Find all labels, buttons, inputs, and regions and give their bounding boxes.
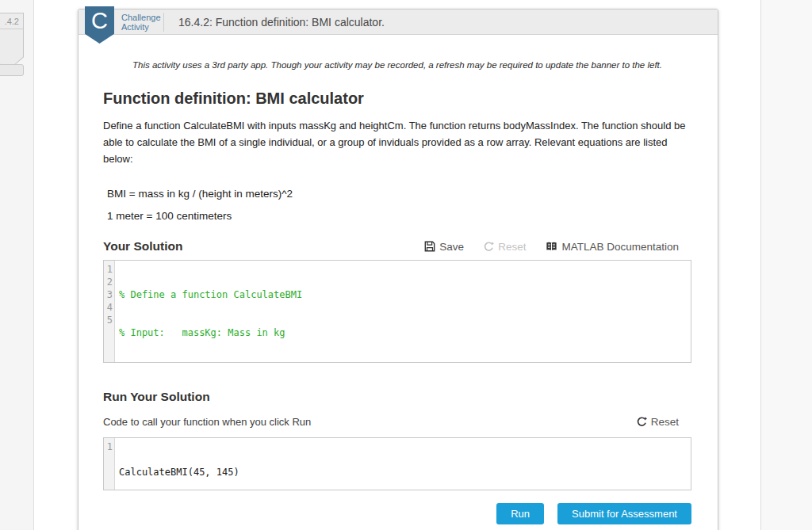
equation-meter: 1 meter = 100 centimeters bbox=[107, 210, 691, 222]
run-reset-button[interactable]: Reset bbox=[637, 416, 679, 428]
left-sidebar-fragment: .4.2 bbox=[0, 0, 34, 530]
solution-code-editor[interactable]: 1 2 3 4 5 % Define a function CalculateB… bbox=[103, 260, 691, 363]
reset-icon bbox=[637, 417, 647, 427]
run-caption: Code to call your function when you clic… bbox=[103, 416, 311, 428]
code-line: % Input: massKg: Mass in kg bbox=[119, 326, 691, 339]
reset-button[interactable]: Reset bbox=[484, 241, 526, 253]
solution-code-area[interactable]: % Define a function CalculateBMI % Input… bbox=[115, 261, 691, 362]
right-column-fragment bbox=[760, 0, 812, 530]
run-code-editor[interactable]: 1 CalculateBMI(45, 145) bbox=[103, 437, 691, 490]
equation-bmi: BMI = mass in kg / (height in meters)^2 bbox=[107, 188, 691, 200]
page-title: Function definition: BMI calculator bbox=[103, 90, 691, 108]
line-number: 2 bbox=[104, 276, 113, 288]
header-divider bbox=[163, 13, 164, 32]
matlab-docs-label: MATLAB Documentation bbox=[561, 241, 679, 253]
activity-content: This activity uses a 3rd party app. Thou… bbox=[79, 60, 718, 524]
solution-toolbar: Save Reset MATLAB Documentation bbox=[424, 241, 679, 253]
line-number: 4 bbox=[104, 301, 113, 314]
run-button[interactable]: Run bbox=[496, 503, 544, 524]
reset-label: Reset bbox=[498, 241, 526, 253]
matlab-docs-button[interactable]: MATLAB Documentation bbox=[546, 241, 679, 253]
activity-title: 16.4.2: Function definition: BMI calcula… bbox=[178, 10, 385, 35]
section-nav-badge[interactable]: .4.2 bbox=[0, 13, 24, 71]
submit-button[interactable]: Submit for Assessment bbox=[557, 503, 691, 524]
code-line: % Define a function CalculateBMI bbox=[119, 288, 691, 301]
code-line: CalculateBMI(45, 145) bbox=[119, 466, 691, 479]
solution-editor-gutter: 1 2 3 4 5 bbox=[104, 261, 115, 362]
run-code-area[interactable]: CalculateBMI(45, 145) bbox=[115, 438, 691, 490]
your-solution-header-row: Your Solution Save Reset bbox=[103, 239, 691, 254]
activity-header-bar: C Challenge Activity 16.4.2: Function de… bbox=[79, 10, 718, 35]
section-nav-badge-label: .4.2 bbox=[0, 13, 23, 29]
save-label: Save bbox=[439, 241, 464, 253]
task-description: Define a function CalculateBMI with inpu… bbox=[103, 117, 691, 167]
line-number: 1 bbox=[104, 263, 113, 276]
challenge-shield-icon: C bbox=[85, 6, 114, 44]
section-nav-badge-face: .4.2 bbox=[0, 13, 23, 71]
line-number: 1 bbox=[104, 440, 113, 453]
run-your-solution-heading: Run Your Solution bbox=[103, 390, 691, 404]
your-solution-heading: Your Solution bbox=[103, 239, 182, 254]
reset-icon bbox=[484, 242, 494, 252]
save-button[interactable]: Save bbox=[424, 241, 464, 253]
line-number: 3 bbox=[104, 288, 113, 301]
run-editor-gutter: 1 bbox=[104, 438, 115, 490]
run-caption-row: Code to call your function when you clic… bbox=[103, 416, 691, 428]
run-reset-label: Reset bbox=[651, 416, 679, 428]
open-book-icon bbox=[546, 241, 557, 252]
sidebar-button-fragment[interactable] bbox=[0, 64, 24, 76]
save-icon bbox=[424, 241, 435, 252]
line-number: 5 bbox=[104, 314, 113, 326]
challenge-activity-panel: C Challenge Activity 16.4.2: Function de… bbox=[78, 9, 718, 530]
third-party-notice: This activity uses a 3rd party app. Thou… bbox=[103, 60, 691, 70]
action-button-row: Run Submit for Assessment bbox=[103, 503, 691, 524]
challenge-shield-letter: C bbox=[91, 8, 108, 33]
challenge-activity-label: Challenge Activity bbox=[121, 13, 161, 32]
equations-block: BMI = mass in kg / (height in meters)^2 … bbox=[107, 188, 691, 222]
